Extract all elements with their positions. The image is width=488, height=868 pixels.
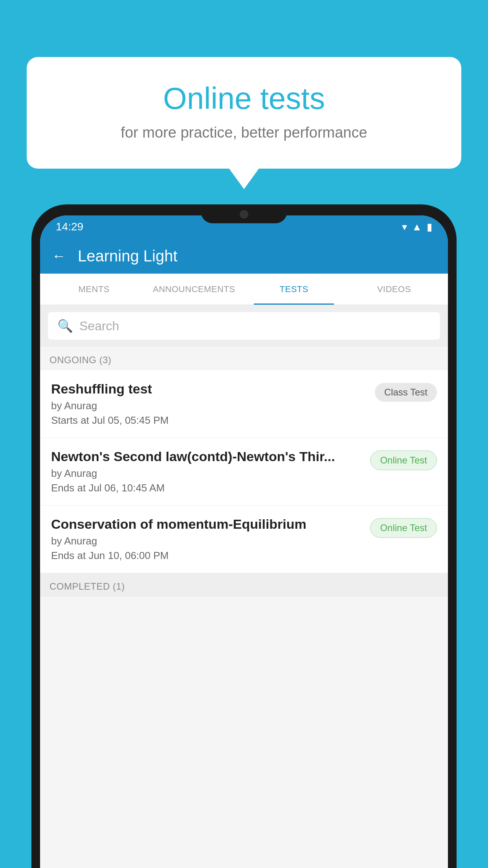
- status-icons: ▾ ▲ ▮: [402, 221, 432, 233]
- bubble-title: Online tests: [58, 81, 430, 116]
- test-item-reshuffling[interactable]: Reshuffling test by Anurag Starts at Jul…: [40, 370, 448, 438]
- test-name-newton: Newton's Second law(contd)-Newton's Thir…: [51, 449, 362, 464]
- phone-screen: 14:29 ▾ ▲ ▮ ← Learning Light MENTS ANNOU…: [40, 215, 448, 868]
- test-info-reshuffling: Reshuffling test by Anurag Starts at Jul…: [51, 381, 375, 427]
- phone-frame: 14:29 ▾ ▲ ▮ ← Learning Light MENTS ANNOU…: [31, 204, 457, 868]
- test-name-conservation: Conservation of momentum-Equilibrium: [51, 517, 362, 532]
- test-info-conservation: Conservation of momentum-Equilibrium by …: [51, 517, 370, 562]
- app-title: Learning Light: [78, 247, 178, 265]
- back-button[interactable]: ←: [52, 248, 66, 264]
- test-item-conservation[interactable]: Conservation of momentum-Equilibrium by …: [40, 506, 448, 573]
- phone-notch: [201, 204, 287, 223]
- search-bar[interactable]: 🔍 Search: [48, 312, 440, 340]
- test-author-reshuffling: by Anurag: [51, 400, 367, 412]
- speech-bubble: Online tests for more practice, better p…: [27, 57, 461, 169]
- tabs-bar: MENTS ANNOUNCEMENTS TESTS VIDEOS: [40, 274, 448, 305]
- search-icon: 🔍: [57, 318, 73, 333]
- section-ongoing-header: ONGOING (3): [40, 347, 448, 370]
- status-time: 14:29: [56, 221, 83, 233]
- search-bar-container: 🔍 Search: [40, 305, 448, 347]
- test-author-conservation: by Anurag: [51, 535, 362, 547]
- test-item-newton[interactable]: Newton's Second law(contd)-Newton's Thir…: [40, 438, 448, 506]
- tab-tests[interactable]: TESTS: [244, 274, 344, 305]
- app-header: ← Learning Light: [40, 238, 448, 274]
- test-name-reshuffling: Reshuffling test: [51, 381, 367, 397]
- badge-online-test-conservation: Online Test: [370, 518, 437, 538]
- tab-videos[interactable]: VIDEOS: [344, 274, 444, 305]
- test-info-newton: Newton's Second law(contd)-Newton's Thir…: [51, 449, 370, 494]
- test-date-conservation: Ends at Jun 10, 06:00 PM: [51, 550, 362, 562]
- test-date-reshuffling: Starts at Jul 05, 05:45 PM: [51, 414, 367, 427]
- battery-icon: ▮: [427, 221, 432, 233]
- camera-dot: [240, 210, 248, 219]
- badge-online-test-newton: Online Test: [370, 451, 437, 470]
- tab-ments[interactable]: MENTS: [44, 274, 144, 305]
- bubble-subtitle: for more practice, better performance: [58, 124, 430, 141]
- signal-icon: ▲: [412, 221, 422, 233]
- section-completed-header: COMPLETED (1): [40, 573, 448, 597]
- search-placeholder: Search: [79, 319, 119, 333]
- tab-announcements[interactable]: ANNOUNCEMENTS: [144, 274, 244, 305]
- test-date-newton: Ends at Jul 06, 10:45 AM: [51, 482, 362, 494]
- test-author-newton: by Anurag: [51, 467, 362, 480]
- wifi-icon: ▾: [402, 221, 407, 233]
- badge-class-test-reshuffling: Class Test: [375, 383, 437, 402]
